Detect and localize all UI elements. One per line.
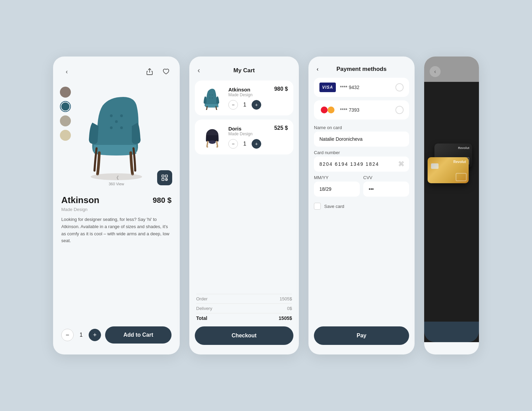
cart-title: My Cart bbox=[233, 67, 255, 74]
color-swatches bbox=[60, 87, 71, 141]
arrows-360-icon: 《 bbox=[114, 175, 119, 181]
chip-icon: ⌘ bbox=[398, 160, 404, 168]
payment-methods-list: VISA **** 9432 **** 7393 bbox=[308, 78, 415, 120]
total-label: Total bbox=[196, 315, 207, 321]
screen4-header: ‹ bbox=[424, 57, 479, 82]
product-name: Atkinson bbox=[61, 195, 99, 206]
save-card-row: Save card bbox=[314, 200, 409, 212]
cvv-input[interactable] bbox=[363, 182, 409, 197]
cart-decrease-button[interactable]: − bbox=[228, 100, 238, 110]
payment-title: Payment methods bbox=[337, 66, 387, 73]
quantity-control: − 1 + bbox=[61, 329, 101, 341]
mmyy-input[interactable] bbox=[314, 182, 360, 197]
cart-order-line: Order 1505$ bbox=[196, 294, 292, 304]
cart-qty-doris: 1 bbox=[241, 141, 248, 147]
cart-decrease-button-doris[interactable]: − bbox=[228, 139, 238, 149]
svg-point-12 bbox=[210, 98, 211, 99]
mastercard-payment-method[interactable]: **** 7393 bbox=[314, 100, 409, 120]
cart-back-button[interactable]: ‹ bbox=[198, 66, 200, 75]
name-on-card-input[interactable] bbox=[314, 132, 409, 147]
product-detail-screen: ‹ bbox=[53, 57, 180, 354]
cart-item-brand: Made Design bbox=[228, 132, 270, 136]
cart-summary: Order 1505$ Delivery 0$ Total 1505$ bbox=[189, 287, 299, 321]
total-value: 1505$ bbox=[279, 315, 292, 321]
svg-rect-8 bbox=[162, 178, 164, 180]
svg-point-11 bbox=[212, 95, 213, 96]
svg-point-0 bbox=[110, 114, 113, 117]
cvv-label: CVV bbox=[363, 175, 409, 180]
mmyy-cvv-row: MM/YY CVV bbox=[314, 175, 409, 197]
card-number-label: Card number bbox=[314, 150, 409, 155]
mastercard-radio-button[interactable] bbox=[395, 106, 404, 114]
card-number-row: ⌘ bbox=[314, 157, 409, 172]
cart-item-details-doris: Doris Made Design − 1 + bbox=[228, 126, 270, 149]
save-card-checkbox[interactable] bbox=[314, 203, 321, 210]
quantity-value: 1 bbox=[78, 332, 85, 338]
product-brand: Made Design bbox=[61, 207, 172, 212]
product-image-area: 《 360 View bbox=[56, 80, 176, 189]
delivery-value: 0$ bbox=[287, 306, 292, 311]
cart-increase-button[interactable]: + bbox=[252, 100, 261, 110]
cart-header: ‹ My Cart bbox=[189, 57, 299, 80]
svg-point-2 bbox=[110, 126, 113, 129]
visa-radio-button[interactable] bbox=[395, 83, 404, 91]
ar-button[interactable] bbox=[157, 170, 172, 185]
card-chip bbox=[431, 163, 439, 169]
view-360: 《 360 View bbox=[109, 175, 124, 186]
svg-rect-6 bbox=[162, 175, 164, 177]
pay-button[interactable]: Pay bbox=[314, 326, 409, 345]
color-swatch-brown[interactable] bbox=[60, 87, 71, 98]
cart-item-details-atkinson: Atkinson Made Design − 1 + bbox=[228, 87, 270, 110]
wishlist-button[interactable] bbox=[161, 66, 172, 77]
cart-item-bottom: − 1 + bbox=[228, 139, 270, 149]
share-button[interactable] bbox=[144, 66, 155, 77]
order-label: Order bbox=[196, 296, 207, 301]
card-photo-screen: ‹ Revolut Revolut bbox=[424, 57, 479, 354]
checkout-button[interactable]: Checkout bbox=[195, 326, 293, 345]
payment-form: Name on card Card number ⌘ MM/YY CVV bbox=[308, 120, 415, 212]
color-swatch-gray[interactable] bbox=[60, 115, 71, 126]
color-swatch-beige[interactable] bbox=[60, 130, 71, 141]
mc-circle-right bbox=[328, 107, 334, 113]
product-price: 980 $ bbox=[153, 196, 172, 205]
cart-item-bottom: − 1 + bbox=[228, 100, 270, 110]
quantity-decrease-button[interactable]: − bbox=[61, 329, 74, 341]
cart-item-name: Atkinson bbox=[228, 87, 270, 92]
cvv-group: CVV bbox=[363, 175, 409, 197]
payment-back-button[interactable]: ‹ bbox=[317, 66, 318, 72]
card-contact-icon bbox=[456, 173, 467, 181]
payment-header: ‹ Payment methods bbox=[308, 57, 415, 78]
screen4-back-button[interactable]: ‹ bbox=[430, 66, 441, 77]
cart-items-list: Atkinson Made Design − 1 + 980 $ bbox=[189, 80, 299, 154]
visa-payment-method[interactable]: VISA **** 9432 bbox=[314, 78, 409, 97]
screen1-header: ‹ bbox=[53, 57, 180, 80]
card-number-input[interactable] bbox=[314, 157, 409, 172]
cart-item-image-doris bbox=[200, 125, 224, 149]
screen4-bottom-bar bbox=[424, 322, 479, 342]
name-on-card-group: Name on card bbox=[314, 125, 409, 147]
mc-circle-left bbox=[321, 107, 328, 113]
cart-qty: 1 bbox=[241, 102, 248, 108]
quantity-increase-button[interactable]: + bbox=[89, 329, 101, 341]
cart-item-brand: Made Design bbox=[228, 92, 270, 97]
cart-total-line: Total 1505$ bbox=[196, 315, 292, 321]
product-title-row: Atkinson 980 $ bbox=[61, 195, 172, 206]
cart-item-name: Doris bbox=[228, 126, 270, 132]
cart-item: Atkinson Made Design − 1 + 980 $ bbox=[195, 80, 293, 115]
color-swatch-teal[interactable] bbox=[60, 101, 71, 112]
product-image bbox=[79, 88, 154, 181]
revolut-label: Revolut bbox=[453, 160, 466, 164]
add-to-cart-row: − 1 + Add to Cart bbox=[53, 326, 180, 354]
svg-point-10 bbox=[210, 95, 211, 96]
svg-point-3 bbox=[120, 126, 123, 129]
back-button[interactable]: ‹ bbox=[61, 66, 72, 77]
mmyy-label: MM/YY bbox=[314, 175, 360, 180]
svg-point-15 bbox=[209, 140, 216, 144]
name-label: Name on card bbox=[314, 125, 409, 130]
card-number-group: Card number ⌘ bbox=[314, 150, 409, 172]
add-to-cart-button[interactable]: Add to Cart bbox=[105, 326, 172, 344]
cart-delivery-line: Delivery 0$ bbox=[196, 306, 292, 313]
cart-item-price-atkinson: 980 $ bbox=[274, 86, 288, 92]
view-360-label: 360 View bbox=[109, 182, 124, 186]
cart-increase-button-doris[interactable]: + bbox=[252, 139, 261, 149]
